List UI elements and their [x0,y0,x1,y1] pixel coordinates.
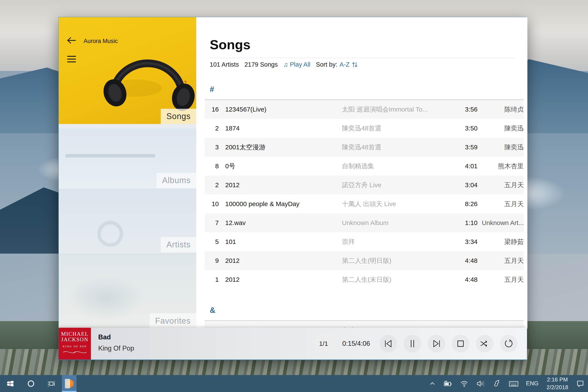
song-album: 自制精选集 [342,162,452,171]
song-track-number: 8 [204,162,219,170]
sort-by-label: Sort by: [316,61,338,68]
song-artist: 五月天 [478,275,524,284]
song-row[interactable]: 2 1874 陳奕迅48首選 3:50 陳奕迅 [204,119,524,138]
wifi-status[interactable] [456,375,472,392]
music-note-icon: ♫ [283,62,288,68]
start-button[interactable] [0,375,21,392]
song-row[interactable]: 5 101 崇拜 3:34 梁静茹 [204,232,524,251]
sidebar-item-favorites[interactable]: Favorites [59,253,196,328]
section-header: & [210,306,524,315]
stats-bar: 101 Artists 2179 Songs ♫ Play All Sort b… [210,61,524,68]
volume-status[interactable] [472,375,489,392]
song-row[interactable]: 10 100000 people & MayDay 十萬人 出頭天 Live 8… [204,194,524,214]
song-duration: 3:59 [452,144,478,151]
song-duration: 8:26 [452,200,478,208]
sidebar: Aurora Music Songs Albums Artists Favori… [59,17,196,328]
song-artist: 熊木杏里 [478,162,524,171]
sort-value-button[interactable]: A-Z [340,61,350,68]
keyboard-icon [509,380,518,388]
main-content: Songs 101 Artists 2179 Songs ♫ Play All … [196,17,528,328]
song-album: 崇拜 [342,238,452,246]
song-row[interactable]: 2 2012 諾亞方舟 Live 3:04 五月天 [204,176,524,194]
headphones-image [59,17,196,124]
clock-time: 2:16 PM [546,376,568,384]
section-header: # [210,85,524,94]
chevron-up-icon [429,380,436,387]
title-divider [210,58,514,58]
artists-count: 101 Artists [210,61,239,68]
cortana-icon [27,379,35,388]
song-track-number: 9 [204,257,219,264]
wifi-icon [460,380,469,388]
song-artist: 五月天 [478,200,524,208]
action-center-button[interactable] [572,375,588,392]
sidebar-item-artists[interactable]: Artists [59,189,196,252]
cortana-button[interactable] [21,375,41,392]
song-row[interactable]: 7 12.wav Unknown Album 1:10 Unknown Art.… [204,214,524,232]
song-album: 諾亞方舟 Live [342,181,452,190]
song-list: # 16 1234567(Live) 太阳 巡迴演唱会Immortal To..… [204,85,524,328]
pause-icon [408,339,417,348]
task-view-button[interactable] [41,375,62,392]
now-playing-album-art[interactable]: MICHAEL JACKSON KING OF POP [59,328,91,360]
repeat-button[interactable] [500,335,518,352]
song-row[interactable]: 3 2001太空漫游 陳奕迅48首選 3:59 陳奕迅 [204,138,524,157]
album-art-text: MICHAEL [59,331,91,337]
next-button[interactable] [428,335,445,352]
song-title: 101 [219,238,342,246]
song-album: 第二人生(末日版) [342,275,452,284]
song-track-number: 3 [204,144,219,151]
playback-time: 0:15/4:06 [342,340,370,348]
song-album: Unknown Album [342,219,452,226]
tray-expand-button[interactable] [425,375,440,392]
song-album: 十萬人 出頭天 Live [342,200,452,208]
player-bar: MICHAEL JACKSON KING OF POP Bad King Of … [59,328,527,360]
pen-icon [493,380,502,388]
song-album: 陳奕迅48首選 [342,143,452,152]
sidebar-item-songs[interactable]: Aurora Music Songs [59,17,196,124]
language-indicator[interactable]: ENG [522,375,542,392]
clock[interactable]: 2:16 PM 2/2/2018 [542,376,572,391]
favorites-ghost-art [67,276,145,320]
volume-icon [476,380,486,388]
taskbar: ENG 2:16 PM 2/2/2018 [0,375,588,392]
song-artist: 陈绮贞 [478,105,524,114]
pen-status[interactable] [489,375,505,392]
song-title: 1874 [219,125,342,132]
artists-ghost-art [97,221,123,247]
queue-position: 1/1 [314,334,333,353]
hamburger-menu-button[interactable] [67,56,76,62]
shuffle-button[interactable] [476,335,494,352]
song-row[interactable]: 1 2012 第二人生(末日版) 4:48 五月天 [204,270,524,289]
song-title: 0号 [219,162,342,171]
song-title: 12.wav [219,219,342,226]
album-art-flourish [59,350,91,355]
stop-button[interactable] [452,335,469,352]
play-all-button[interactable]: ♫ Play All [283,61,310,68]
battery-status[interactable] [440,375,456,392]
song-artist: Unknown Art... [478,219,524,226]
pause-button[interactable] [404,335,421,352]
app-title: Aurora Music [84,38,118,44]
song-album: 太阳 巡迴演唱会Immortal To... [342,105,452,114]
sidebar-item-albums[interactable]: Albums [59,128,196,188]
now-playing-title: Bad [98,333,111,341]
song-duration: 4:01 [452,162,478,170]
repeat-icon [504,338,514,349]
song-row[interactable]: 1 (Nice Dream) 杂碎 3:53 Radiohead [204,321,524,328]
taskbar-app-aurora-music[interactable] [62,375,76,392]
previous-button[interactable] [380,335,397,352]
touch-keyboard-button[interactable] [505,375,522,392]
sort-arrows-icon [352,61,358,68]
sidebar-label-artists: Artists [161,237,196,252]
aurora-music-window: Aurora Music Songs Albums Artists Favori… [58,17,527,360]
song-track-number: 2 [204,125,219,132]
song-title: 2012 [219,182,342,189]
song-title: 2012 [219,276,342,283]
song-row[interactable]: 8 0号 自制精选集 4:01 熊木杏里 [204,157,524,176]
songs-count: 2179 Songs [244,61,278,68]
back-button[interactable] [66,36,76,45]
song-duration: 4:48 [452,276,478,283]
song-row[interactable]: 9 2012 第二人生(明日版) 4:48 五月天 [204,251,524,270]
song-row[interactable]: 16 1234567(Live) 太阳 巡迴演唱会Immortal To... … [204,100,524,119]
